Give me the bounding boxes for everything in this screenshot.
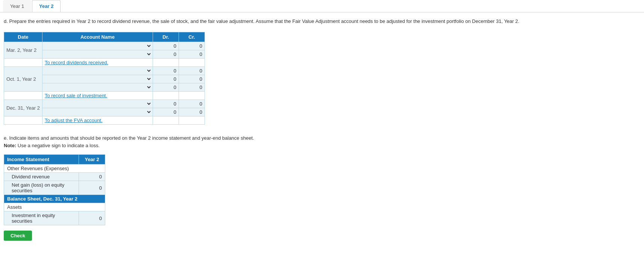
tab-year2[interactable]: Year 2 (32, 0, 61, 12)
account-select-oct1-row2[interactable] (43, 75, 152, 83)
account-select-mar2-row1[interactable] (43, 42, 152, 50)
check-button[interactable]: Check (4, 231, 32, 241)
cr-mar2-row2[interactable]: 0 (179, 50, 205, 58)
dividend-revenue-value[interactable]: 0 (79, 173, 105, 181)
tab-year1[interactable]: Year 1 (3, 0, 31, 12)
table-row: Dec. 31, Year 2 0 0 (4, 100, 205, 108)
cr-mar2-row1[interactable]: 0 (179, 42, 205, 50)
investment-equity-value[interactable]: 0 (79, 211, 105, 225)
account-select-dec31-row2[interactable] (43, 109, 152, 116)
investment-equity-row: Investment in equity securities 0 (4, 211, 105, 225)
date-mar2: Mar. 2, Year 2 (4, 42, 42, 58)
balance-sheet-header-row: Balance Sheet, Dec. 31, Year 2 (4, 195, 105, 203)
note-date-empty (4, 58, 42, 66)
account-select-dec31-row1[interactable] (43, 100, 152, 107)
note-e-text: Use a negative sign to indicate a loss. (18, 143, 100, 148)
dr-dec31-row1[interactable]: 0 (153, 100, 179, 108)
cr-oct1-row3[interactable]: 0 (179, 83, 205, 91)
account-select-cell[interactable] (42, 66, 153, 75)
instructions-e: e. Indicate items and amounts that shoul… (0, 131, 644, 152)
note-row-dec31: To adjust the FVA account. (4, 116, 205, 124)
account-select-oct1-row3[interactable] (43, 84, 152, 91)
col-header-cr: Cr. (179, 32, 205, 42)
note-date-empty (4, 91, 42, 100)
account-select-cell[interactable] (42, 42, 153, 50)
col-header-dr: Dr. (153, 32, 179, 42)
cr-dec31-row1[interactable]: 0 (179, 100, 205, 108)
date-oct1: Oct. 1, Year 2 (4, 66, 42, 91)
note-row-mar2: To record dividends received. (4, 58, 205, 66)
cr-dec31-row2[interactable]: 0 (179, 108, 205, 116)
dividend-revenue-row: Dividend revenue 0 (4, 173, 105, 181)
net-gain-value[interactable]: 0 (79, 181, 105, 195)
note-dr-empty (153, 116, 179, 124)
note-dec31: To adjust the FVA account. (42, 116, 153, 124)
net-gain-row: Net gain (loss) on equity securities 0 (4, 181, 105, 195)
note-cr-empty (179, 58, 205, 66)
dr-oct1-row3[interactable]: 0 (153, 83, 179, 91)
income-statement-year-col: Year 2 (79, 155, 105, 164)
other-revenues-label: Other Revenues (Expenses) (4, 164, 105, 173)
dr-dec31-row2[interactable]: 0 (153, 108, 179, 116)
dr-oct1-row1[interactable]: 0 (153, 66, 179, 75)
income-statement-table: Income Statement Year 2 Other Revenues (… (4, 154, 105, 225)
dr-oct1-row2[interactable]: 0 (153, 75, 179, 83)
col-header-account: Account Name (42, 32, 153, 42)
note-mar2: To record dividends received. (42, 58, 153, 66)
account-select-cell[interactable] (42, 75, 153, 83)
investment-equity-label: Investment in equity securities (4, 211, 79, 225)
account-select-mar2-row2[interactable] (43, 51, 152, 58)
note-dr-empty (153, 58, 179, 66)
other-revenues-row: Other Revenues (Expenses) (4, 164, 105, 173)
dr-mar2-row1[interactable]: 0 (153, 42, 179, 50)
account-select-cell[interactable] (42, 83, 153, 91)
note-row-oct1: To record sale of investment. (4, 91, 205, 100)
note-cr-empty (179, 116, 205, 124)
table-row: Mar. 2, Year 2 0 0 (4, 42, 205, 50)
journal-entry-table: Date Account Name Dr. Cr. Mar. 2, Year 2… (4, 32, 205, 125)
tabs-bar: Year 1 Year 2 (0, 0, 644, 12)
assets-label: Assets (4, 203, 105, 211)
net-gain-label: Net gain (loss) on equity securities (4, 181, 79, 195)
note-cr-empty (179, 91, 205, 100)
income-statement-header: Income Statement (4, 155, 79, 164)
cr-oct1-row1[interactable]: 0 (179, 66, 205, 75)
note-date-empty (4, 116, 42, 124)
date-dec31: Dec. 31, Year 2 (4, 100, 42, 116)
account-select-cell[interactable] (42, 100, 153, 108)
note-oct1: To record sale of investment. (42, 91, 153, 100)
assets-row: Assets (4, 203, 105, 211)
account-select-oct1-row1[interactable] (43, 67, 152, 74)
dividend-revenue-label: Dividend revenue (4, 173, 79, 181)
instructions-d: d. Prepare the entries required in Year … (0, 12, 644, 28)
note-e-bold: Note: (4, 143, 16, 148)
account-select-cell[interactable] (42, 50, 153, 58)
cr-oct1-row2[interactable]: 0 (179, 75, 205, 83)
balance-sheet-header: Balance Sheet, Dec. 31, Year 2 (4, 195, 105, 203)
col-header-date: Date (4, 32, 42, 42)
note-dr-empty (153, 91, 179, 100)
table-row: Oct. 1, Year 2 0 0 (4, 66, 205, 75)
instructions-e-text: e. Indicate items and amounts that shoul… (4, 135, 254, 141)
dr-mar2-row2[interactable]: 0 (153, 50, 179, 58)
account-select-cell[interactable] (42, 108, 153, 116)
